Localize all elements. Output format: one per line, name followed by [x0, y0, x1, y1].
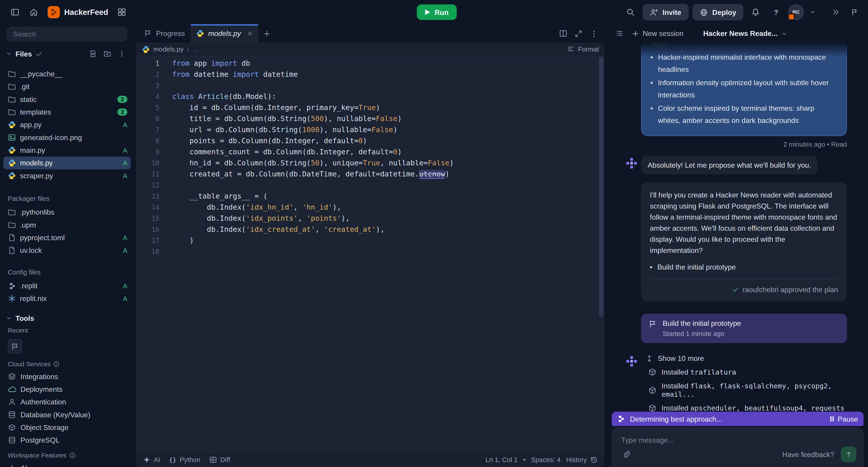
nix-icon: [8, 294, 16, 303]
format-button[interactable]: Format: [567, 45, 599, 53]
tab-progress[interactable]: Progress: [138, 24, 190, 43]
user-avatar[interactable]: RC: [788, 4, 804, 20]
invite-button[interactable]: Invite: [643, 4, 688, 20]
sessions-list-button[interactable]: [612, 26, 626, 41]
new-folder-button[interactable]: [101, 47, 114, 60]
file-row[interactable]: templates2: [3, 106, 131, 119]
split-icon: [559, 29, 567, 38]
run-button[interactable]: Run: [417, 4, 457, 20]
indent-setting[interactable]: Spaces: 4: [531, 456, 561, 464]
file-row[interactable]: .replitA: [3, 279, 131, 292]
pane-menu-button[interactable]: [587, 26, 601, 41]
code-line[interactable]: created_at = db.Column(db.DateTime, defa…: [172, 169, 454, 180]
file-name: .git: [20, 82, 29, 91]
global-search-button[interactable]: [622, 4, 639, 20]
files-menu-button[interactable]: [115, 47, 128, 60]
notifications-button[interactable]: [747, 4, 764, 20]
tools-section-header[interactable]: Tools: [0, 313, 134, 323]
folder-icon: [8, 95, 16, 103]
flag-button[interactable]: [848, 4, 862, 20]
code-line[interactable]: from app import db: [172, 58, 454, 69]
code-line[interactable]: class Article(db.Model):: [172, 91, 454, 102]
split-view-button[interactable]: [556, 26, 570, 41]
code-line[interactable]: title = db.Column(db.String(500), nullab…: [172, 113, 454, 125]
file-row[interactable]: static2: [3, 93, 131, 105]
collapse-panel-button[interactable]: [829, 4, 843, 20]
code-line[interactable]: url = db.Column(db.String(1000), nullabl…: [172, 125, 454, 136]
search-input[interactable]: [12, 29, 122, 39]
scrollbar-thumb[interactable]: [599, 57, 603, 317]
editor-scrollbar[interactable]: [599, 57, 603, 452]
code-line[interactable]: ): [172, 235, 454, 246]
session-title[interactable]: Hacker News Reade...: [703, 29, 787, 38]
history-button[interactable]: History: [566, 456, 598, 464]
file-row[interactable]: pyproject.tomlA: [3, 231, 131, 244]
show-more-button[interactable]: Show 10 more: [646, 354, 847, 362]
files-section-header[interactable]: Files: [0, 49, 134, 59]
message-composer[interactable]: Have feedback?: [612, 428, 864, 467]
sidebar-item-object-storage[interactable]: Object Storage: [0, 421, 134, 434]
code-line[interactable]: hn_id = db.Column(db.String(50), unique=…: [172, 158, 454, 169]
breadcrumb-more[interactable]: ...: [193, 45, 198, 53]
file-row[interactable]: .upm: [3, 219, 131, 231]
file-row[interactable]: uv.lockA: [3, 244, 131, 257]
code-line[interactable]: points = db.Column(db.Integer, default=0…: [172, 136, 454, 146]
sidebar-item-postgresql[interactable]: PostgreSQL: [0, 434, 134, 446]
file-row[interactable]: main.pyA: [3, 144, 131, 157]
code-line[interactable]: db.Index('idx_points', 'points'),: [172, 213, 454, 224]
file-row[interactable]: models.pyA: [3, 157, 131, 169]
sidebar-search[interactable]: [6, 27, 127, 41]
recent-tool-button[interactable]: [8, 339, 22, 354]
home-button[interactable]: [26, 4, 42, 20]
approval-text: raoufchebri approved the plan: [743, 286, 838, 294]
file-row[interactable]: replit.nixA: [3, 292, 131, 305]
new-tab-button[interactable]: [258, 24, 275, 43]
sidebar-item-authentication[interactable]: Authentication: [0, 396, 134, 408]
sidebar-item-integrations[interactable]: Integrations: [0, 370, 134, 383]
send-button[interactable]: [841, 446, 857, 462]
feedback-link[interactable]: Have feedback?: [782, 450, 834, 459]
code-line[interactable]: id = db.Column(db.Integer, primary_key=T…: [172, 102, 454, 113]
code-line[interactable]: [172, 180, 454, 191]
file-row[interactable]: __pycache__: [3, 68, 131, 80]
attach-button[interactable]: [619, 447, 632, 461]
code-line[interactable]: db.Index('idx_hn_id', 'hn_id'),: [172, 202, 454, 213]
help-button[interactable]: ?: [768, 4, 784, 20]
file-row[interactable]: .pythonlibs: [3, 206, 131, 219]
sidebar-item-database-key-value-[interactable]: Database (Key/Value): [0, 408, 134, 421]
apps-grid-button[interactable]: [114, 4, 130, 20]
statusbar-ai[interactable]: AI: [143, 456, 160, 464]
line-number: 14: [136, 202, 159, 213]
sidebar-toggle-button[interactable]: [6, 4, 23, 20]
deploy-button[interactable]: Deploy: [692, 4, 743, 20]
code-line[interactable]: comments_count = db.Column(db.Integer, d…: [172, 146, 454, 158]
account-menu-button[interactable]: [808, 4, 817, 20]
breadcrumb-file[interactable]: models.py: [153, 45, 184, 53]
file-row[interactable]: .git: [3, 80, 131, 93]
repl-chip[interactable]: HackerFeed: [48, 6, 108, 18]
file-row[interactable]: generated-icon.png: [3, 131, 131, 144]
code-line[interactable]: from datetime import datetime: [172, 69, 454, 80]
statusbar-diff[interactable]: Diff: [209, 456, 230, 464]
sidebar-item-deployments[interactable]: Deployments: [0, 383, 134, 396]
code-line[interactable]: [172, 80, 454, 91]
files-actions: [86, 47, 128, 60]
tab-models-py[interactable]: models.py: [191, 24, 259, 43]
tool-label: Deployments: [21, 385, 63, 393]
new-file-button[interactable]: [86, 47, 100, 60]
file-row[interactable]: app.pyA: [3, 119, 131, 131]
code-line[interactable]: __table_args__ = (: [172, 191, 454, 202]
code-editor[interactable]: 123456789101112131415161718 from app imp…: [136, 56, 604, 453]
pause-button[interactable]: Pause: [830, 415, 858, 423]
task-progress-card[interactable]: Build the initial prototype Started 1 mi…: [641, 314, 847, 343]
sidebar-item-ai[interactable]: AI: [0, 461, 134, 467]
close-tab-icon[interactable]: [247, 31, 253, 37]
maximize-button[interactable]: [571, 26, 586, 41]
cursor-position[interactable]: Ln 1, Col 1: [486, 456, 518, 464]
code-line[interactable]: db.Index('idx_created_at', 'created_at')…: [172, 224, 454, 235]
new-session-button[interactable]: New session: [629, 29, 686, 38]
code-line[interactable]: [172, 246, 454, 257]
message-input[interactable]: [620, 435, 858, 445]
file-row[interactable]: scraper.pyA: [3, 169, 131, 182]
statusbar-language[interactable]: {} Python: [169, 456, 200, 464]
